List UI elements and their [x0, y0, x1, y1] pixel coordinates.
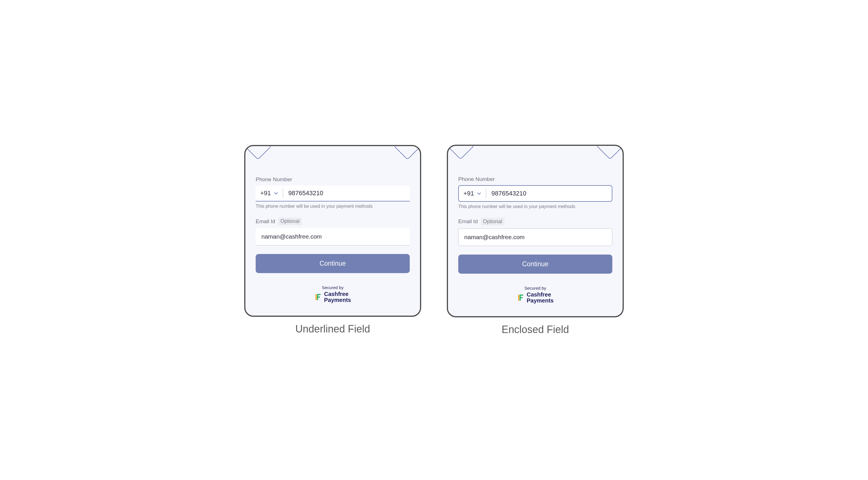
- phone-input[interactable]: [283, 185, 410, 201]
- continue-button[interactable]: Continue: [256, 254, 410, 273]
- email-input[interactable]: [459, 229, 612, 246]
- email-label: Email Id: [256, 218, 275, 224]
- brand-text: Cashfree Payments: [527, 292, 554, 304]
- brand-text: Cashfree Payments: [324, 291, 351, 303]
- phone-field-block: Phone Number +91 This phone number will …: [256, 176, 410, 209]
- underlined-variant: Phone Number +91 This phone number will …: [244, 145, 421, 335]
- decorative-corner-right: [394, 145, 421, 160]
- optional-badge: Optional: [278, 217, 302, 225]
- optional-badge: Optional: [481, 218, 504, 226]
- cashfree-logo-icon: [314, 293, 322, 301]
- payment-form-enclosed: Phone Number +91 This phone number will …: [447, 145, 624, 317]
- phone-helper-text: This phone number will be used in your p…: [458, 204, 612, 209]
- underlined-caption: Underlined Field: [295, 323, 370, 335]
- email-label: Email Id: [458, 218, 478, 224]
- phone-label: Phone Number: [458, 176, 612, 182]
- phone-field-block: Phone Number +91 This phone number will …: [458, 176, 612, 209]
- email-field-block: Email Id Optional: [256, 217, 410, 245]
- email-input[interactable]: [256, 228, 410, 245]
- footer: Secured by Cashfree Payments: [256, 285, 410, 303]
- phone-input-row: +91: [458, 185, 612, 202]
- enclosed-variant: Phone Number +91 This phone number will …: [447, 145, 624, 336]
- brand-logo: Cashfree Payments: [256, 291, 410, 303]
- email-input-row: [256, 228, 410, 245]
- secured-by-label: Secured by: [256, 285, 410, 290]
- footer: Secured by Cashfree Payments: [458, 286, 612, 304]
- phone-helper-text: This phone number will be used in your p…: [256, 204, 410, 209]
- phone-input-row: +91: [256, 185, 410, 202]
- phone-label: Phone Number: [256, 176, 410, 183]
- brand-logo: Cashfree Payments: [458, 292, 612, 304]
- continue-button[interactable]: Continue: [458, 254, 612, 274]
- brand-line2: Payments: [527, 298, 554, 304]
- chevron-down-icon: [477, 191, 482, 196]
- email-input-row: [458, 228, 612, 246]
- secured-by-label: Secured by: [458, 286, 612, 291]
- enclosed-caption: Enclosed Field: [502, 324, 569, 336]
- country-code-value: +91: [463, 190, 474, 197]
- decorative-corner-left: [447, 145, 474, 159]
- decorative-corner-right: [596, 145, 624, 159]
- phone-input[interactable]: [486, 186, 612, 201]
- email-label-row: Email Id Optional: [458, 218, 612, 226]
- email-field-block: Email Id Optional: [458, 218, 612, 246]
- brand-line2: Payments: [324, 297, 351, 303]
- brand-line1: Cashfree: [527, 292, 554, 298]
- cashfree-logo-icon: [517, 294, 524, 301]
- country-code-dropdown[interactable]: +91: [459, 186, 486, 201]
- brand-line1: Cashfree: [324, 291, 351, 297]
- country-code-dropdown[interactable]: +91: [256, 185, 283, 201]
- chevron-down-icon: [274, 191, 278, 196]
- email-label-row: Email Id Optional: [256, 217, 410, 225]
- country-code-value: +91: [260, 189, 271, 197]
- payment-form-underlined: Phone Number +91 This phone number will …: [244, 145, 421, 317]
- decorative-corner-left: [244, 145, 272, 160]
